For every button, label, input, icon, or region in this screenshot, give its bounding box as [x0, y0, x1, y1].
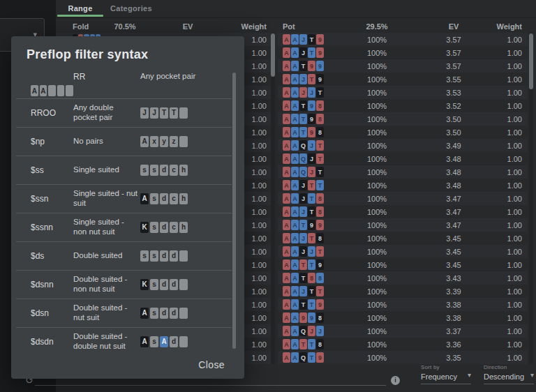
- weight-value: 1.00: [489, 195, 522, 203]
- syntax-code: $np: [31, 137, 73, 146]
- table-row[interactable]: AAQJT100%3.481.00: [278, 165, 528, 179]
- weight-value: 1.00: [489, 115, 522, 123]
- card-chip: 9: [308, 114, 315, 124]
- card-chip: J: [299, 180, 307, 190]
- card-chip: s: [150, 336, 158, 347]
- syntax-code: $dsdn: [31, 337, 73, 347]
- frequency-value: 100%: [335, 274, 419, 282]
- fold-table-scrollbar[interactable]: [271, 33, 275, 364]
- scrollbar-thumb[interactable]: [271, 33, 275, 77]
- fold-weight-header: Weight: [226, 22, 267, 31]
- card-chip: A: [291, 233, 299, 243]
- table-row[interactable]: AA998100%3.381.00: [278, 311, 528, 324]
- table-row[interactable]: AAT98100%3.501.00: [278, 126, 528, 139]
- card-chip: A: [291, 246, 299, 257]
- table-row[interactable]: AAT98100%3.521.00: [278, 99, 528, 112]
- table-row[interactable]: AAQJJ100%3.371.00: [278, 324, 528, 338]
- card-chip: A: [140, 336, 149, 347]
- card-chip: J: [308, 326, 315, 336]
- table-row[interactable]: AAT88100%3.431.00: [278, 271, 528, 285]
- ev-value: 3.48: [419, 181, 489, 190]
- frequency-value: 100%: [335, 287, 419, 296]
- card-chip: A: [283, 352, 290, 363]
- table-row[interactable]: AAJT9100%3.551.00: [278, 73, 528, 86]
- card-chip: A: [283, 127, 290, 137]
- card-chip: s: [150, 222, 158, 233]
- table-row[interactable]: AAJJT100%3.531.00: [278, 86, 528, 99]
- card-chip: 9: [316, 61, 324, 71]
- syntax-description: Single suited - nut suit: [73, 189, 140, 207]
- card-chip: 8: [316, 127, 324, 137]
- table-row[interactable]: AAJTT100%3.391.00: [278, 285, 528, 298]
- tab-range[interactable]: Range: [57, 0, 103, 17]
- card-chip: 8: [316, 312, 324, 323]
- table-row[interactable]: AAT99100%3.471.00: [278, 218, 528, 232]
- card-chip: T: [316, 167, 324, 177]
- card-chip: A: [283, 74, 290, 84]
- hand-cards: AAJJT: [283, 87, 335, 98]
- weight-value: 1.00: [489, 208, 522, 216]
- hand-cards: AATT8: [283, 339, 335, 349]
- card-chip: T: [308, 339, 315, 349]
- scrollbar-thumb[interactable]: [529, 33, 533, 89]
- ev-value: 3.49: [419, 142, 489, 150]
- card-chip: T: [299, 220, 307, 230]
- ev-value: 3.48: [419, 168, 489, 176]
- card-chip: [179, 250, 188, 262]
- card-chip: A: [291, 339, 299, 349]
- table-row[interactable]: AAJTT100%3.481.00: [278, 179, 528, 192]
- row-separator: [16, 299, 232, 299]
- card-chip: s: [150, 250, 158, 262]
- syntax-code: $dsn: [31, 308, 73, 318]
- dropdown-underline: [484, 384, 534, 384]
- card-chip: 9: [308, 312, 315, 323]
- table-row[interactable]: AAQJT100%3.491.00: [278, 139, 528, 152]
- sort-by-dropdown[interactable]: Sort by Frequency ▾: [421, 364, 471, 384]
- table-row[interactable]: AAQT9100%3.351.00: [278, 351, 528, 364]
- modal-scrollbar[interactable]: [232, 73, 236, 349]
- card-chip: A: [291, 47, 299, 58]
- table-row[interactable]: AAJT9100%3.571.00: [278, 46, 528, 59]
- direction-dropdown[interactable]: Direction Descending ▾: [484, 364, 534, 384]
- card-chip: A: [31, 85, 38, 96]
- card-chip: J: [299, 206, 307, 217]
- hand-cards: AAJT9: [283, 34, 335, 45]
- pot-table-scrollbar[interactable]: [529, 33, 533, 364]
- table-row[interactable]: AAJT8100%3.471.00: [278, 205, 528, 218]
- card-chip: [179, 136, 188, 147]
- card-chip: 9: [308, 127, 315, 137]
- card-chip: J: [299, 34, 307, 45]
- table-row[interactable]: AAQJT100%3.481.00: [278, 152, 528, 165]
- table-row[interactable]: AAJT8100%3.451.00: [278, 232, 528, 245]
- table-row[interactable]: AATT8100%3.361.00: [278, 338, 528, 351]
- card-chip: J: [299, 246, 307, 257]
- filter-syntax-row: $ssnSingle suited - nut suitAsdch: [11, 184, 244, 213]
- table-row[interactable]: AATT9100%3.451.00: [278, 258, 528, 271]
- card-chip: A: [283, 273, 290, 283]
- card-chip: d: [160, 165, 168, 176]
- table-row[interactable]: AAJT8100%3.471.00: [278, 192, 528, 205]
- tab-categories[interactable]: Categories: [110, 0, 147, 17]
- card-chip: d: [160, 222, 168, 233]
- table-row[interactable]: AAT98100%3.501.00: [278, 112, 528, 126]
- card-chip: A: [283, 233, 290, 243]
- hand-cards: AAT88: [283, 273, 335, 283]
- table-row[interactable]: AAJJT100%3.451.00: [278, 245, 528, 258]
- card-chip: T: [316, 153, 324, 164]
- card-chip: T: [299, 299, 307, 310]
- card-chip: [179, 308, 188, 319]
- hand-cards: AAJJT: [283, 246, 335, 257]
- active-tab-underline: [57, 15, 103, 17]
- close-button[interactable]: Close: [198, 359, 225, 370]
- preflop-filter-syntax-modal: Preflop filter syntax RRAny pocket pairA…: [11, 36, 244, 379]
- table-row[interactable]: AATT9100%3.381.00: [278, 298, 528, 311]
- card-chip: A: [283, 47, 290, 58]
- table-row[interactable]: AAJT9100%3.571.00: [278, 33, 528, 46]
- weight-value: 1.00: [489, 75, 522, 84]
- filter-syntax-row: RRAny pocket pairAA: [11, 70, 244, 98]
- syntax-example-cards: ssdch: [140, 165, 244, 176]
- info-icon[interactable]: i: [391, 376, 400, 385]
- card-chip: T: [316, 246, 324, 257]
- table-row[interactable]: AAT99100%3.571.00: [278, 59, 528, 73]
- weight-value: 1.00: [489, 128, 522, 137]
